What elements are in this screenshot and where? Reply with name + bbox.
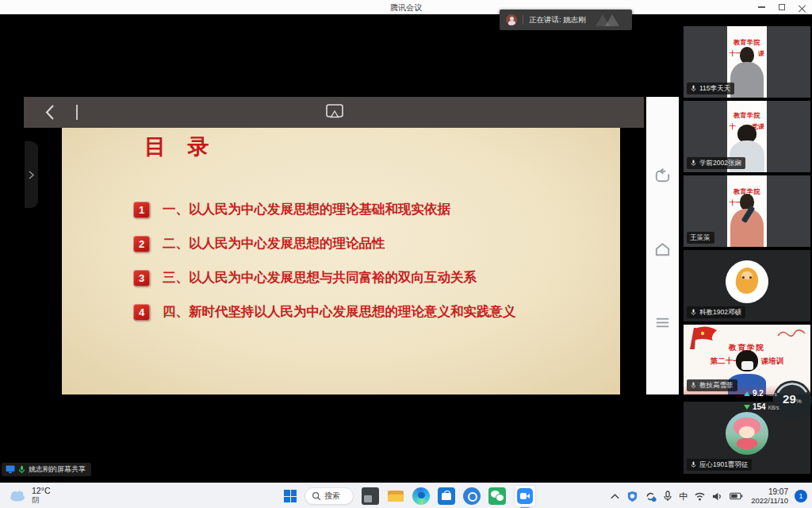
minimize-icon[interactable] (758, 6, 765, 8)
mic-icon (690, 160, 697, 167)
shared-slide: 目 录 1 一、以人民为中心发展思想的理论基础和现实依据 2 二、以人民为中心发… (62, 128, 620, 394)
back-icon[interactable] (44, 104, 56, 121)
share-banner-label: 姚志刚的屏幕共享 (29, 464, 86, 475)
time: 19:07 (768, 487, 788, 496)
participant-nametag: 学前2002张娴 (687, 157, 745, 169)
item-text: 二、以人民为中心发展思想的理论品性 (163, 235, 385, 252)
cpu-unit: % (796, 398, 802, 405)
participant-name: 应心1901曹羽征 (699, 460, 748, 470)
upload-unit: KB/s (766, 391, 777, 397)
search-icon (312, 491, 321, 501)
speaker-icon[interactable] (712, 491, 723, 502)
window-titlebar[interactable]: 腾讯会议 (0, 0, 812, 14)
participant-tile[interactable]: 科教1902邓硕 (684, 250, 810, 321)
download-unit: KB/s (768, 405, 779, 410)
battery-icon[interactable] (730, 491, 743, 501)
tray-chevron-up-icon[interactable] (610, 492, 620, 501)
slide-item-4: 4 四、新时代坚持以人民为中心发展思想的理论意义和实践意义 (133, 303, 516, 321)
cpu-value: 29 (783, 392, 796, 406)
wifi-icon[interactable] (694, 491, 706, 501)
start-button[interactable] (284, 490, 297, 502)
window-title: 腾讯会议 (0, 2, 812, 13)
search-placeholder: 搜索 (324, 491, 340, 502)
item-number-badge: 1 (133, 202, 150, 218)
close-icon[interactable] (799, 4, 806, 11)
date: 2022/11/10 (751, 496, 788, 505)
divider (523, 15, 523, 25)
weather-widget[interactable]: 12°C 阴 (8, 487, 50, 504)
screen-icon (6, 465, 15, 474)
app-window: 腾讯会议 正在讲话: 姚志刚 目 录 1 一、以人民为中心发展思想的理论 (0, 0, 812, 508)
speaking-toast[interactable]: 正在讲话: 姚志刚 (500, 10, 632, 30)
participant-nametag: 科教1902邓硕 (687, 306, 745, 318)
text-cursor (76, 105, 78, 120)
participant-name: 115李天天 (699, 84, 730, 94)
slide-title: 目 录 (144, 133, 217, 161)
android-back-icon[interactable] (653, 167, 672, 185)
taskbar-clock[interactable]: 19:07 2022/11/10 (751, 487, 788, 505)
speaker-avatar (506, 14, 517, 25)
upload-value: 9.2 (753, 389, 764, 398)
weather-condition: 阴 (32, 495, 50, 504)
sync-icon[interactable] (645, 491, 657, 502)
participant-avatar (726, 412, 768, 455)
upload-row: 9.2 KB/s (744, 387, 779, 400)
mic-icon (690, 309, 697, 316)
participant-tile[interactable]: 教育学院 十一 王策策 (684, 175, 810, 247)
participant-video: 教育学院 十一 (727, 175, 767, 247)
item-text: 一、以人民为中心发展思想的理论基础和现实依据 (163, 201, 450, 218)
cast-icon[interactable] (326, 104, 343, 120)
participant-nametag: 115李天天 (687, 83, 734, 94)
download-value: 154 (753, 402, 766, 411)
mic-on-icon (18, 465, 25, 474)
person-silhouette (740, 47, 754, 64)
search-box[interactable]: 搜索 (304, 487, 354, 505)
file-explorer-icon[interactable] (387, 487, 404, 505)
microsoft-store-icon[interactable] (438, 487, 455, 505)
mic-icon (690, 461, 697, 468)
mic-icon (690, 382, 697, 389)
expand-panel-tab[interactable] (25, 141, 38, 208)
edge-browser-icon[interactable] (412, 487, 430, 505)
item-number-badge: 2 (133, 236, 150, 252)
participant-tile[interactable]: 教育学院 十党课 学前2002张娴 (684, 101, 810, 172)
participant-name: 学前2002张娴 (699, 159, 741, 168)
item-text: 三、以人民为中心发展思想与共同富裕的双向互动关系 (163, 269, 477, 287)
item-number-badge: 3 (133, 270, 150, 287)
screen-share-banner[interactable]: 姚志刚的屏幕共享 (2, 463, 91, 476)
android-recents-icon[interactable] (653, 314, 672, 332)
windows-taskbar: 12°C 阴 搜索 (0, 483, 812, 508)
participant-name: 王策策 (690, 233, 710, 243)
slide-item-2: 2 二、以人民为中心发展思想的理论品性 (133, 235, 385, 252)
restore-icon[interactable] (779, 4, 785, 10)
upload-arrow-icon (744, 391, 750, 396)
slide-item-3: 3 三、以人民为中心发展思想与共同富裕的双向互动关系 (133, 269, 477, 287)
chevron-right-icon (29, 171, 34, 179)
android-nav-strip (646, 97, 679, 394)
tray-mic-icon[interactable] (663, 491, 672, 502)
speaking-label: 正在讲话: 姚志刚 (529, 15, 586, 25)
weather-temp: 12°C (32, 487, 50, 495)
face-mask (741, 361, 753, 370)
security-shield-icon[interactable] (626, 491, 638, 502)
taskbar-app-icon[interactable] (362, 487, 379, 505)
cloud-icon (8, 489, 27, 502)
participant-tile[interactable]: 教育学院 十一课 115李天天 (684, 26, 810, 98)
network-stats: 9.2 KB/s 154 KB/s (744, 387, 779, 414)
item-text: 四、新时代坚持以人民为中心发展思想的理论意义和实践意义 (163, 303, 516, 321)
app-icon-blue[interactable] (463, 487, 481, 505)
participant-name: 科教1902邓硕 (699, 308, 741, 318)
wechat-icon[interactable] (488, 487, 506, 505)
download-arrow-icon (744, 405, 750, 410)
ime-indicator[interactable]: 中 (679, 491, 688, 502)
item-number-badge: 4 (133, 304, 150, 321)
red-motif-decoration (777, 329, 806, 338)
slide-item-1: 1 一、以人民为中心发展思想的理论基础和现实依据 (133, 201, 450, 218)
android-home-icon[interactable] (653, 241, 672, 259)
participant-avatar (726, 260, 768, 303)
participant-name: 教技高雪菲 (699, 381, 733, 391)
shared-screen-toolbar (24, 97, 644, 128)
participant-nametag: 应心1901曹羽征 (687, 459, 752, 471)
notification-badge[interactable]: 1 (795, 490, 807, 502)
tencent-meeting-taskbar-icon[interactable] (514, 485, 536, 507)
